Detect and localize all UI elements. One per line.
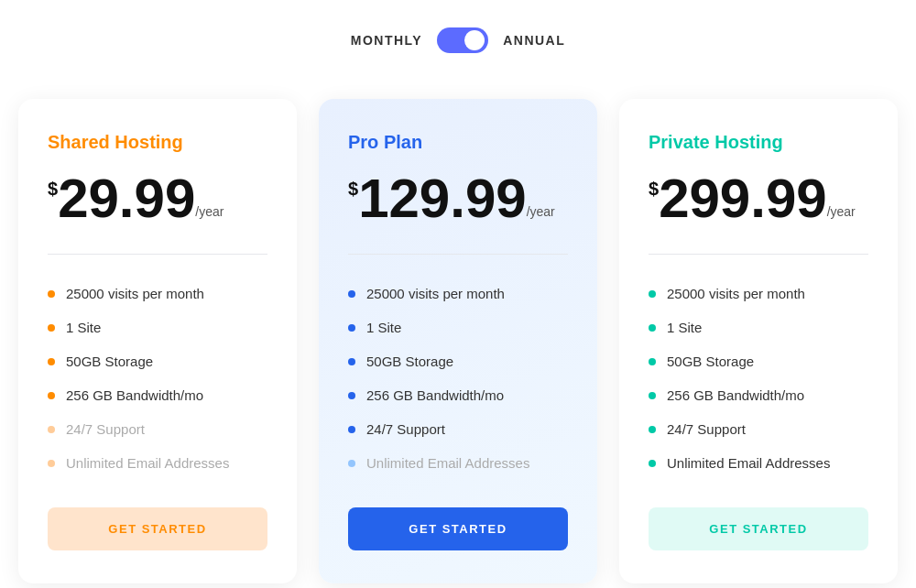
price-period-private: /year [827,204,856,219]
toggle-knob [464,30,485,50]
price-container-pro: $ 129.99 /year [348,171,568,226]
feature-dot-faded [48,426,55,433]
feature-dot [649,460,656,467]
feature-item: 256 GB Bandwidth/mo [649,378,868,412]
plan-card-private: Private Hosting $ 299.99 /year 25000 vis… [619,99,898,583]
price-container-shared: $ 29.99 /year [48,171,267,226]
feature-text: 1 Site [667,320,702,335]
feature-item: 25000 visits per month [48,277,267,310]
feature-text: Unlimited Email Addresses [366,455,529,471]
features-list-pro: 25000 visits per month 1 Site 50GB Stora… [348,277,568,480]
price-amount-private: 299.99 [659,171,827,226]
feature-item: 1 Site [649,310,868,344]
feature-item-faded: 24/7 Support [48,412,267,446]
feature-text: Unlimited Email Addresses [66,455,229,471]
annual-label: ANNUAL [503,33,565,48]
feature-text: 1 Site [366,320,401,335]
feature-text: 256 GB Bandwidth/mo [66,387,203,403]
feature-dot [48,290,55,298]
feature-text: 1 Site [66,320,101,335]
get-started-button-shared[interactable]: GET STARTED [48,507,267,550]
feature-item: 50GB Storage [649,344,868,378]
plan-title-private: Private Hosting [649,132,868,153]
feature-dot [348,324,355,332]
price-dollar-shared: $ [48,179,58,200]
price-period-shared: /year [195,204,224,219]
feature-item: 50GB Storage [48,344,267,378]
feature-text: 50GB Storage [366,354,453,369]
feature-text: 256 GB Bandwidth/mo [366,387,504,403]
feature-item: 1 Site [348,310,568,344]
plan-card-pro: Pro Plan $ 129.99 /year 25000 visits per… [319,99,597,583]
feature-dot [348,290,355,298]
feature-dot [48,358,55,365]
price-amount-shared: 29.99 [58,171,195,226]
feature-dot [348,426,355,433]
feature-dot-faded [48,460,55,467]
feature-item: 25000 visits per month [348,277,568,310]
feature-dot [48,392,55,399]
feature-dot [649,426,656,433]
divider-pro [348,254,568,255]
feature-dot [649,358,656,365]
billing-toggle-switch[interactable] [437,27,488,53]
plan-title-pro: Pro Plan [348,132,568,153]
feature-text: 25000 visits per month [66,286,204,301]
feature-text: 24/7 Support [667,421,746,437]
feature-item-faded: Unlimited Email Addresses [348,446,568,480]
plan-card-shared: Shared Hosting $ 29.99 /year 25000 visit… [18,99,297,583]
feature-dot [348,392,355,399]
get-started-button-pro[interactable]: GET STARTED [348,507,568,550]
plans-container: Shared Hosting $ 29.99 /year 25000 visit… [18,99,898,583]
price-dollar-pro: $ [348,179,358,200]
divider-private [649,254,868,255]
price-container-private: $ 299.99 /year [649,171,868,226]
billing-toggle: MONTHLY ANNUAL [351,27,566,53]
feature-item: 24/7 Support [348,412,568,446]
monthly-label: MONTHLY [351,33,422,48]
price-dollar-private: $ [649,179,659,200]
feature-text: 25000 visits per month [667,286,805,301]
features-list-shared: 25000 visits per month 1 Site 50GB Stora… [48,277,267,480]
feature-text: 50GB Storage [66,354,153,369]
feature-item: 25000 visits per month [649,277,868,310]
feature-item: 256 GB Bandwidth/mo [348,378,568,412]
feature-text: 50GB Storage [667,354,754,369]
feature-item-faded: Unlimited Email Addresses [48,446,267,480]
plan-title-shared: Shared Hosting [48,132,267,153]
feature-dot [348,358,355,365]
feature-item: 1 Site [48,310,267,344]
feature-item: 256 GB Bandwidth/mo [48,378,267,412]
get-started-button-private[interactable]: GET STARTED [649,507,868,550]
feature-item: 24/7 Support [649,412,868,446]
feature-item: 50GB Storage [348,344,568,378]
feature-dot [649,392,656,399]
feature-text: 24/7 Support [366,421,445,437]
feature-item: Unlimited Email Addresses [649,446,868,480]
price-amount-pro: 129.99 [358,171,527,226]
feature-text: 25000 visits per month [366,286,505,301]
feature-dot-faded [348,460,355,467]
price-period-pro: /year [527,204,555,219]
feature-dot [48,324,55,332]
feature-text: 24/7 Support [66,421,145,437]
features-list-private: 25000 visits per month 1 Site 50GB Stora… [649,277,868,480]
feature-text: 256 GB Bandwidth/mo [667,387,804,403]
feature-dot [649,324,656,332]
divider-shared [48,254,267,255]
feature-text: Unlimited Email Addresses [667,455,830,471]
feature-dot [649,290,656,298]
